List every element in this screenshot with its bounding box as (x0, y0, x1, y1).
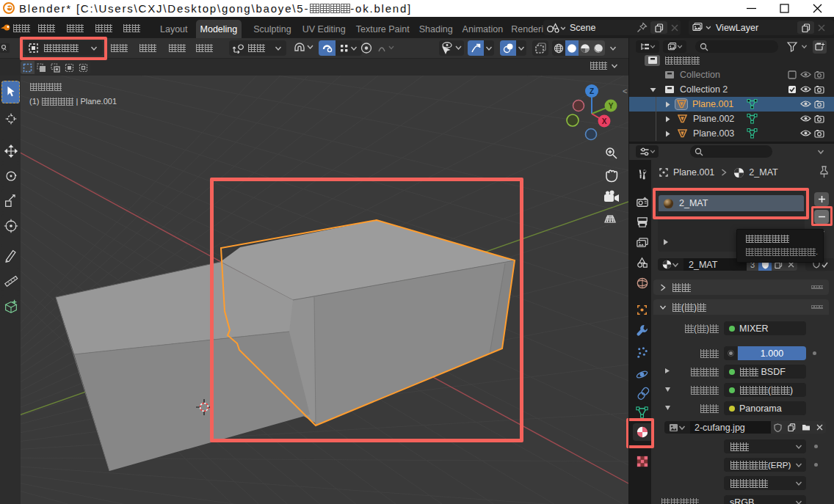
svg-text:Z: Z (590, 87, 594, 95)
svg-text:X: X (602, 117, 607, 125)
svg-text:Y: Y (609, 102, 614, 110)
